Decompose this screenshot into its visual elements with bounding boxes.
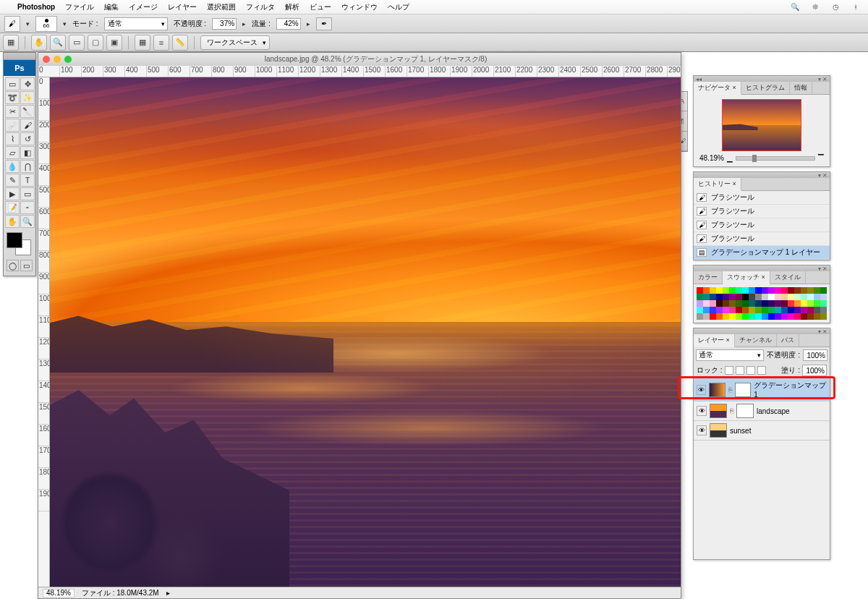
lasso-tool-icon[interactable]: ➰ bbox=[5, 91, 20, 104]
quick-mask-icon[interactable]: ▭ bbox=[20, 260, 33, 271]
swatch[interactable] bbox=[768, 300, 775, 307]
swatch[interactable] bbox=[807, 287, 814, 294]
layer-row[interactable]: 👁 ⎘ landscape bbox=[694, 402, 830, 421]
swatch[interactable] bbox=[807, 294, 814, 300]
swatch[interactable] bbox=[820, 307, 827, 313]
swatch[interactable] bbox=[775, 287, 781, 294]
zoom-out-icon[interactable]: ▁ bbox=[727, 154, 733, 162]
swatch[interactable] bbox=[729, 300, 736, 307]
swatch[interactable] bbox=[729, 313, 736, 320]
swatch[interactable] bbox=[807, 313, 814, 320]
swatch[interactable] bbox=[794, 287, 801, 294]
bridge-icon[interactable]: ▦ bbox=[3, 35, 19, 51]
tab-navigator[interactable]: ナビゲータ × bbox=[694, 82, 741, 95]
swatch[interactable] bbox=[801, 307, 807, 313]
swatch[interactable] bbox=[788, 287, 794, 294]
swatch[interactable] bbox=[742, 287, 749, 294]
layer-blend-mode-select[interactable]: 通常 bbox=[696, 349, 764, 361]
vertical-ruler[interactable]: 0100200300400500600700800900100011001200… bbox=[38, 77, 50, 587]
panel-menu-icon[interactable]: ▾ ✕ bbox=[818, 265, 827, 272]
swatch[interactable] bbox=[820, 294, 827, 300]
swatch[interactable] bbox=[755, 287, 762, 294]
magic-wand-tool-icon[interactable]: ✨ bbox=[20, 91, 35, 104]
clock-icon[interactable]: ◷ bbox=[830, 2, 841, 12]
move-tool-icon[interactable]: ✥ bbox=[20, 77, 35, 90]
swatch[interactable] bbox=[697, 300, 703, 307]
swatch[interactable] bbox=[807, 307, 814, 313]
swatch[interactable] bbox=[736, 287, 742, 294]
gradient-tool-icon[interactable]: ◧ bbox=[20, 146, 35, 159]
swatch[interactable] bbox=[762, 294, 768, 300]
swatch[interactable] bbox=[801, 294, 807, 300]
swatch[interactable] bbox=[781, 287, 788, 294]
tab-swatches[interactable]: スウォッチ × bbox=[723, 271, 770, 284]
swatch[interactable] bbox=[697, 307, 703, 313]
swatch[interactable] bbox=[768, 287, 775, 294]
fullscreen-icon[interactable]: ▭ bbox=[69, 35, 85, 51]
document-titlebar[interactable]: landscape.jpg @ 48.2% (グラデーションマップ 1, レイヤ… bbox=[38, 53, 681, 66]
menu-filter[interactable]: フィルタ bbox=[246, 2, 275, 12]
swatch[interactable] bbox=[749, 294, 755, 300]
eraser-tool-icon[interactable]: ▱ bbox=[5, 146, 20, 159]
layer-name[interactable]: グラデーションマップ 1 bbox=[754, 381, 827, 399]
swatch[interactable] bbox=[710, 313, 716, 320]
horizontal-ruler[interactable]: 0100200300400500600700800900100011001200… bbox=[38, 66, 681, 77]
menu-file[interactable]: ファイル bbox=[65, 2, 94, 12]
opacity-chev-icon[interactable]: ▸ bbox=[242, 20, 246, 27]
crop-tool-icon[interactable]: ✂ bbox=[5, 105, 20, 118]
swatch[interactable] bbox=[755, 300, 762, 307]
notes-tool-icon[interactable]: 📝 bbox=[5, 201, 20, 214]
swatch[interactable] bbox=[820, 287, 827, 294]
tab-info[interactable]: 情報 bbox=[790, 82, 812, 94]
blur-tool-icon[interactable]: 💧 bbox=[5, 160, 20, 173]
swatch[interactable] bbox=[794, 307, 801, 313]
swatch[interactable] bbox=[749, 313, 755, 320]
swatch[interactable] bbox=[807, 300, 814, 307]
swatch[interactable] bbox=[788, 307, 794, 313]
lock-pixels-icon[interactable] bbox=[736, 366, 744, 375]
swatch[interactable] bbox=[736, 294, 742, 300]
swatch[interactable] bbox=[781, 300, 788, 307]
flow-chev-icon[interactable]: ▸ bbox=[307, 20, 310, 27]
mask-thumb-icon[interactable] bbox=[736, 404, 754, 418]
link-icon[interactable]: ⎘ bbox=[730, 407, 733, 415]
pen-tool-icon[interactable]: ✎ bbox=[5, 174, 20, 187]
stamp-tool-icon[interactable]: ⌇ bbox=[5, 132, 20, 145]
swatch[interactable] bbox=[716, 300, 723, 307]
foreground-color[interactable] bbox=[7, 232, 22, 248]
zoom-window-icon[interactable] bbox=[64, 56, 72, 63]
swatch[interactable] bbox=[814, 294, 820, 300]
opacity-input[interactable]: 37% bbox=[212, 18, 237, 30]
visibility-icon[interactable]: 👁 bbox=[697, 406, 707, 416]
swatch[interactable] bbox=[723, 307, 729, 313]
zoom-slider[interactable] bbox=[736, 156, 815, 161]
history-item[interactable]: 🖌ブラシツール bbox=[694, 191, 830, 205]
menu-edit[interactable]: 編集 bbox=[104, 2, 119, 12]
eyedropper-tool-icon[interactable]: ⁃ bbox=[20, 201, 35, 214]
swatch[interactable] bbox=[755, 313, 762, 320]
swatch[interactable] bbox=[775, 300, 781, 307]
swatch[interactable] bbox=[749, 300, 755, 307]
zoom-tool-icon[interactable]: 🔍 bbox=[20, 215, 35, 228]
menu-image[interactable]: イメージ bbox=[129, 2, 158, 12]
swatch[interactable] bbox=[729, 294, 736, 300]
path-select-tool-icon[interactable]: ▶ bbox=[5, 187, 20, 200]
tab-layers[interactable]: レイヤー × bbox=[694, 334, 735, 347]
swatch[interactable] bbox=[768, 313, 775, 320]
layer-thumb-icon[interactable] bbox=[710, 423, 727, 438]
swatch[interactable] bbox=[794, 294, 801, 300]
swatch[interactable] bbox=[762, 300, 768, 307]
flow-input[interactable]: 42% bbox=[276, 18, 301, 30]
menu-select[interactable]: 選択範囲 bbox=[207, 2, 236, 12]
tab-paths[interactable]: パス bbox=[777, 334, 799, 347]
marquee-tool-icon[interactable]: ▭ bbox=[5, 77, 20, 90]
swatch[interactable] bbox=[794, 313, 801, 320]
swatch[interactable] bbox=[762, 313, 768, 320]
swatch[interactable] bbox=[697, 287, 703, 294]
swatch[interactable] bbox=[788, 294, 794, 300]
dodge-tool-icon[interactable]: ⋂ bbox=[20, 160, 35, 173]
swatch[interactable] bbox=[742, 294, 749, 300]
adjustment-thumb-icon[interactable] bbox=[709, 383, 725, 397]
swatch[interactable] bbox=[755, 307, 762, 313]
swatch[interactable] bbox=[736, 313, 742, 320]
